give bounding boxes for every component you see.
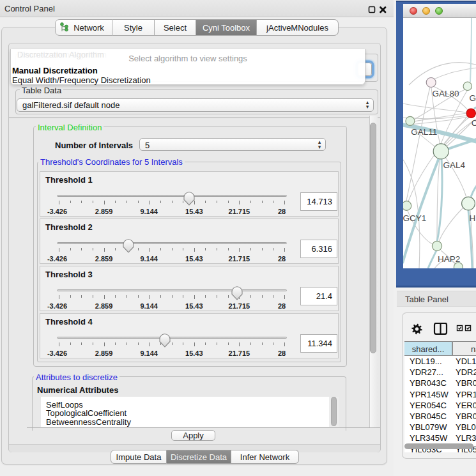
svg-text:H: H: [470, 213, 476, 223]
svg-text:HAP2: HAP2: [438, 254, 460, 264]
svg-text:GCY1: GCY1: [403, 213, 426, 223]
svg-text:GA: GA: [470, 93, 476, 103]
svg-text:GAL80: GAL80: [433, 89, 459, 98]
svg-text:GAL11: GAL11: [411, 127, 437, 137]
svg-text:GAL4: GAL4: [443, 160, 466, 170]
svg-text:C: C: [472, 118, 476, 128]
